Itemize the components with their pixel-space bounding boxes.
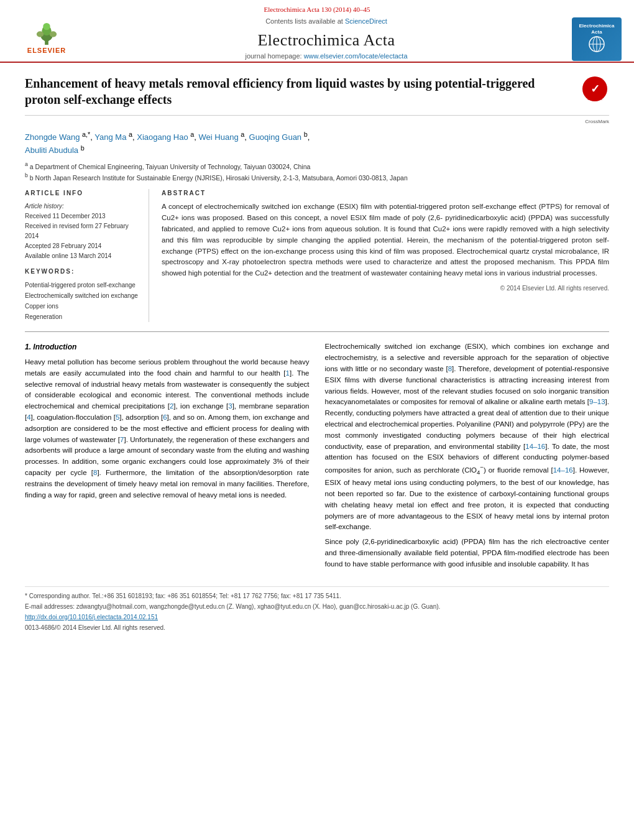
article-info-label: ARTICLE INFO [25,189,139,198]
body-right-col: Electrochemically switched ion exchange … [325,341,610,573]
journal-logo-inner: ElectrochimicaActa [579,23,615,55]
journal-header: Electrochimica Acta 130 (2014) 40–45 ELS… [0,0,634,63]
body-left-col: 1. Introduction Heavy metal pollution ha… [25,341,310,573]
article-history: Article history: Received 11 December 20… [25,201,139,261]
ref-3[interactable]: 3 [228,402,232,410]
author-xiaogang: Xiaogang Hao [137,132,188,142]
journal-homepage: journal homepage: www.elsevier.com/locat… [81,52,572,61]
author-abuliti: Abuliti Abudula [25,146,78,155]
article-title: Enhancement of heavy metals removal effi… [25,75,581,108]
article-content: Enhancement of heavy metals removal effi… [0,63,634,647]
affiliation-a: a a Department of Chemical Engineering, … [25,160,609,172]
crossmark-logo-icon: ✓ CrossMark [581,75,609,103]
page: Electrochimica Acta 130 (2014) 40–45 ELS… [0,0,634,840]
ref-7[interactable]: 7 [120,436,124,443]
keyword-4: Regeneration [25,312,139,322]
keywords-section: Keywords: Potential-triggered proton sel… [25,267,139,322]
keyword-3: Copper ions [25,301,139,312]
body-divider [25,331,609,332]
footer-issn: 0013-4686/© 2014 Elsevier Ltd. All right… [25,624,609,632]
crossmark-label: CrossMark [25,118,609,125]
intro-right-text-1: Electrochemically switched ion exchange … [325,341,610,533]
ref-6[interactable]: 6 [163,413,167,421]
svg-point-3 [43,23,50,30]
received-revised-date: Received in revised form 27 February 201… [25,221,139,241]
science-direct-link[interactable]: ScienceDirect [345,17,387,25]
affiliation-b: b b North Japan Research Institute for S… [25,172,609,183]
keyword-1: Potential-triggered proton self-exchange [25,280,139,290]
ref-9-13[interactable]: 9–13 [589,398,605,405]
journal-header-top: Electrochimica Acta 130 (2014) 40–45 [0,5,634,17]
abstract-text: A concept of electrochemically switched … [162,201,609,279]
ref-14-16[interactable]: 14–16 [525,443,545,450]
svg-text:CrossMark: CrossMark [587,97,603,101]
ref-1[interactable]: 1 [286,369,290,377]
footer-doi[interactable]: http://dx.doi.org/10.1016/j.electacta.20… [25,613,609,622]
contents-available: Contents lists available at ScienceDirec… [81,17,572,26]
journal-logo-icon [584,35,609,53]
info-abstract-section: ARTICLE INFO Article history: Received 1… [25,189,609,322]
author-wei: Wei Huang [199,132,239,142]
author-yangma: Yang Ma [94,132,126,142]
article-title-section: Enhancement of heavy metals removal effi… [25,75,609,116]
ref-4[interactable]: 4 [27,413,30,421]
affiliations: a a Department of Chemical Engineering, … [25,160,609,183]
article-history-label: Article history: [25,201,139,211]
footer-email-note: E-mail addresses: zdwangtyu@hotmail.com,… [25,602,609,611]
author-zhongde: Zhongde Wang [25,132,80,142]
footer-star-note: * Corresponding author. Tel.:+86 351 601… [25,592,609,601]
accepted-date: Accepted 28 February 2014 [25,241,139,251]
copyright: © 2014 Elsevier Ltd. All rights reserved… [162,284,609,293]
ref-14-16b[interactable]: 14–16 [553,466,573,474]
elsevier-tree-icon [31,22,62,46]
journal-title-center: Contents lists available at ScienceDirec… [81,17,572,61]
keywords-list: Potential-triggered proton self-exchange… [25,280,139,322]
article-footer: * Corresponding author. Tel.:+86 351 601… [25,586,609,632]
article-info-col: ARTICLE INFO Article history: Received 1… [25,189,149,322]
journal-logo-right: ElectrochimicaActa [572,17,622,61]
authors: Zhongde Wang a,*, Yang Ma a, Xiaogang Ha… [25,130,609,157]
ref-8[interactable]: 8 [93,469,97,476]
ref-5[interactable]: 5 [116,413,119,421]
received-date: Received 11 December 2013 [25,211,139,221]
author-sup-a1: a,*, [80,132,94,142]
journal-header-middle: ELSEVIER Contents lists available at Sci… [0,17,634,61]
svg-point-4 [37,32,44,38]
intro-heading: 1. Introduction [25,341,310,353]
intro-right-text-2: Since poly (2,6-pyridinedicarboxylic aci… [325,537,610,570]
abstract-col: ABSTRACT A concept of electrochemically … [162,189,609,322]
journal-title: Electrochimica Acta [81,29,572,52]
abstract-label: ABSTRACT [162,189,609,198]
intro-left-text: Heavy metal pollution has become serious… [25,357,310,501]
svg-point-5 [50,32,57,38]
doi-link[interactable]: http://dx.doi.org/10.1016/j.electacta.20… [25,614,158,621]
elsevier-text: ELSEVIER [27,46,66,55]
keyword-2: Electrochemically switched ion exchange [25,290,139,301]
keywords-label: Keywords: [25,267,139,276]
ref-2[interactable]: 2 [170,402,173,410]
ref-8r[interactable]: 8 [448,365,452,372]
volume-issue-label: Electrochimica Acta 130 (2014) 40–45 [264,6,370,13]
elsevier-logo: ELSEVIER [12,21,81,58]
author-guoqing: Guoqing Guan [249,132,302,142]
svg-text:✓: ✓ [590,83,600,95]
body-two-col: 1. Introduction Heavy metal pollution ha… [25,341,609,573]
available-online-date: Available online 13 March 2014 [25,251,139,261]
journal-url[interactable]: www.elsevier.com/locate/electacta [304,52,408,60]
